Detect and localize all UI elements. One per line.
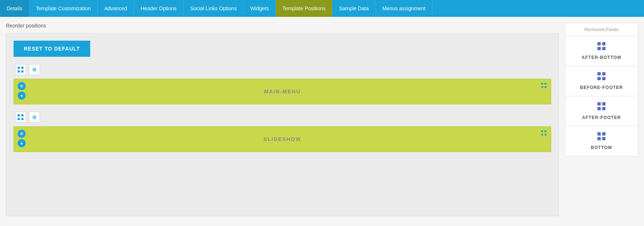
- svg-point-14: [33, 116, 35, 118]
- svg-rect-12: [18, 118, 20, 120]
- svg-rect-11: [21, 114, 23, 116]
- svg-rect-16: [541, 130, 543, 132]
- row-section-1: + MAIN-MENU: [14, 64, 551, 104]
- removed-field-after-bottom[interactable]: AFTER-BOTTOM: [565, 36, 638, 66]
- removed-field-before-footer[interactable]: BEFORE-FOOTER: [565, 66, 638, 96]
- reset-to-default-button[interactable]: RESET TO DEFAULT: [14, 41, 90, 57]
- main-menu-label: MAIN-MENU: [264, 89, 301, 95]
- nav-item-social-links-options[interactable]: Social Links Options: [184, 0, 244, 17]
- top-navigation: DetailsTemplate CustomizationAdvancedHea…: [0, 0, 644, 17]
- row-section-2: + SLIDESHOW: [14, 112, 551, 152]
- settings-button-2[interactable]: [29, 112, 40, 123]
- nav-item-sample-data[interactable]: Sample Data: [332, 0, 376, 17]
- bottom-label: BOTTOM: [591, 145, 612, 150]
- row-tools-2: [14, 112, 551, 123]
- after-footer-icon: [597, 102, 605, 112]
- svg-rect-26: [597, 77, 601, 80]
- svg-rect-34: [597, 137, 601, 140]
- svg-rect-31: [602, 107, 605, 110]
- grid-view-button-2[interactable]: [15, 112, 26, 123]
- svg-point-5: [21, 85, 22, 87]
- positions-container: RESET TO DEFAULT: [6, 33, 559, 216]
- before-footer-icon: [597, 72, 605, 82]
- after-footer-label: AFTER-FOOTER: [582, 115, 621, 120]
- svg-rect-21: [602, 42, 605, 45]
- nav-item-header-options[interactable]: Header Options: [134, 0, 183, 17]
- drag-handle-1[interactable]: [541, 82, 547, 90]
- svg-rect-29: [602, 102, 605, 105]
- svg-rect-33: [602, 132, 605, 136]
- svg-rect-0: [18, 67, 20, 69]
- removed-field-bottom[interactable]: BOTTOM: [565, 126, 638, 156]
- svg-rect-2: [18, 70, 20, 73]
- nav-item-widgets[interactable]: Widgets: [244, 0, 276, 17]
- svg-rect-27: [602, 77, 605, 80]
- svg-rect-20: [597, 42, 601, 45]
- bottom-icon: [597, 132, 605, 142]
- svg-rect-24: [597, 72, 601, 75]
- svg-rect-35: [602, 137, 605, 140]
- svg-rect-19: [545, 134, 546, 136]
- main-area: Reorder positions RESET TO DEFAULT: [6, 23, 559, 216]
- slideshow-label: SLIDESHOW: [264, 136, 301, 142]
- svg-rect-25: [602, 72, 605, 75]
- svg-rect-17: [545, 130, 546, 132]
- svg-point-4: [33, 68, 35, 70]
- after-bottom-label: AFTER-BOTTOM: [582, 55, 621, 60]
- svg-rect-1: [21, 67, 23, 69]
- add-icon-2[interactable]: +: [18, 139, 26, 147]
- svg-rect-7: [545, 83, 546, 85]
- nav-item-advanced[interactable]: Advanced: [98, 0, 134, 17]
- svg-rect-23: [602, 47, 605, 50]
- removed-field-after-footer[interactable]: AFTER-FOOTER: [565, 96, 638, 126]
- grid-view-button-1[interactable]: [15, 64, 26, 75]
- drag-handle-2[interactable]: [541, 130, 547, 138]
- page-title: Reorder positions: [6, 23, 559, 29]
- removed-fields-panel: Removed Fields AFTER-BOTTOM BEFORE-FOOTE…: [565, 23, 638, 216]
- svg-rect-3: [21, 70, 23, 73]
- nav-item-details[interactable]: Details: [0, 0, 29, 17]
- row-tools-1: [14, 64, 551, 75]
- svg-rect-30: [597, 107, 601, 110]
- after-bottom-icon: [597, 42, 605, 52]
- page-content: Reorder positions RESET TO DEFAULT: [0, 17, 644, 222]
- block-settings-2: +: [18, 130, 26, 147]
- nav-item-template-customization[interactable]: Template Customization: [29, 0, 98, 17]
- svg-point-15: [21, 133, 22, 134]
- before-footer-label: BEFORE-FOOTER: [580, 85, 623, 90]
- main-menu-block: + MAIN-MENU: [14, 79, 551, 104]
- block-settings-1: +: [18, 82, 26, 100]
- svg-rect-6: [541, 83, 543, 85]
- svg-rect-22: [597, 47, 601, 50]
- svg-rect-10: [18, 114, 20, 116]
- gear-icon-1[interactable]: [18, 82, 26, 90]
- svg-rect-18: [541, 134, 543, 136]
- svg-rect-8: [541, 86, 543, 88]
- svg-rect-32: [597, 132, 601, 136]
- gear-icon-2[interactable]: [18, 130, 26, 138]
- svg-rect-9: [545, 86, 546, 88]
- svg-rect-28: [597, 102, 601, 105]
- removed-fields-title: Removed Fields: [565, 23, 638, 36]
- nav-item-menus-assignment[interactable]: Menus assignment: [376, 0, 432, 17]
- nav-item-template-positions[interactable]: Template Positions: [276, 0, 333, 17]
- settings-button-1[interactable]: [29, 64, 40, 75]
- add-icon-1[interactable]: +: [18, 92, 26, 100]
- slideshow-block: + SLIDESHOW: [14, 126, 551, 152]
- svg-rect-13: [21, 118, 23, 120]
